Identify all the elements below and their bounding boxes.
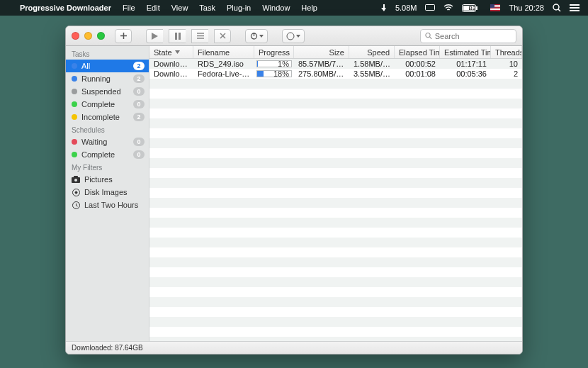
menu-window[interactable]: Window: [262, 4, 290, 12]
sidebar-item-label: Disk Images: [84, 188, 145, 196]
status-dot-icon: [72, 63, 77, 69]
search-input[interactable]: [435, 32, 511, 40]
disk-icon: [72, 188, 80, 196]
sidebar-item[interactable]: All2: [66, 60, 149, 72]
menu-task[interactable]: Task: [199, 4, 215, 12]
start-button[interactable]: [146, 29, 163, 43]
sidebar-item[interactable]: Suspended0: [66, 85, 149, 98]
flag-icon[interactable]: [490, 4, 500, 11]
sidebar-section-header: Schedules: [66, 123, 149, 135]
table-row[interactable]: [149, 297, 522, 307]
download-indicator-icon[interactable]: [381, 4, 387, 11]
table-row[interactable]: [149, 108, 522, 118]
column-headers[interactable]: State Filename Progress Size Speed Elaps…: [149, 46, 522, 59]
menu-help[interactable]: Help: [301, 4, 317, 12]
table-row[interactable]: [149, 287, 522, 297]
status-dot-icon: [72, 101, 77, 107]
monitor-icon[interactable]: [425, 4, 435, 11]
table-row[interactable]: [149, 198, 522, 208]
table-row[interactable]: DownloadingFedora-Live-Workstation-x86_6…: [149, 69, 522, 79]
table-row[interactable]: DownloadingRDS_249.iso1%85.57MB/7.3…1.58…: [149, 59, 522, 69]
zoom-button[interactable]: [97, 32, 105, 40]
window-titlebar[interactable]: [66, 26, 522, 46]
sidebar-item-label: Running: [81, 74, 129, 83]
table-row[interactable]: [149, 118, 522, 128]
menu-edit[interactable]: Edit: [147, 4, 160, 12]
status-dot-icon: [72, 76, 77, 82]
svg-rect-15: [179, 33, 181, 40]
table-row[interactable]: [149, 148, 522, 158]
table-row[interactable]: [149, 218, 522, 228]
menu-plugin[interactable]: Plug-in: [227, 4, 251, 12]
power-dropdown[interactable]: [245, 29, 268, 43]
sidebar-item[interactable]: Disk Images: [66, 186, 149, 199]
download-rate: 5.08M: [395, 4, 417, 12]
sort-indicator-icon: [175, 50, 180, 54]
count-badge: 0: [133, 138, 145, 146]
sidebar-item-label: Incomplete: [81, 113, 129, 121]
table-row[interactable]: [149, 327, 522, 337]
table-row[interactable]: [149, 208, 522, 218]
sidebar-item-label: Waiting: [81, 138, 129, 146]
status-dot-icon: [72, 139, 77, 145]
sidebar-item[interactable]: Pictures: [66, 173, 149, 186]
sidebar-item[interactable]: Waiting0: [66, 135, 149, 148]
search-icon: [425, 32, 432, 40]
table-row[interactable]: [149, 178, 522, 188]
spotlight-icon[interactable]: [553, 4, 561, 12]
table-row[interactable]: [149, 89, 522, 99]
queue-button[interactable]: [191, 29, 208, 43]
table-row[interactable]: [149, 247, 522, 257]
status-bar: Downloaded: 87.64GB: [66, 341, 522, 354]
menu-file[interactable]: File: [123, 4, 135, 12]
pause-button[interactable]: [169, 29, 186, 43]
table-row[interactable]: [149, 168, 522, 178]
search-field[interactable]: [420, 29, 516, 43]
remove-button[interactable]: [214, 29, 231, 43]
table-row[interactable]: [149, 99, 522, 108]
table-row[interactable]: [149, 188, 522, 198]
svg-point-17: [287, 33, 294, 40]
table-row[interactable]: [149, 238, 522, 247]
svg-rect-13: [570, 10, 579, 11]
table-row[interactable]: [149, 128, 522, 138]
menu-view[interactable]: View: [171, 4, 188, 12]
wifi-icon[interactable]: [443, 4, 453, 11]
clock-icon: [72, 201, 80, 209]
svg-point-23: [75, 191, 77, 194]
sidebar-item[interactable]: Complete0: [66, 98, 149, 111]
sidebar-section-header: Tasks: [66, 48, 149, 60]
table-row[interactable]: [149, 267, 522, 277]
table-row[interactable]: [149, 138, 522, 148]
sidebar-item-label: Suspended: [81, 87, 129, 96]
clock[interactable]: Thu 20:28: [509, 4, 544, 12]
table-row[interactable]: [149, 257, 522, 267]
sidebar-item[interactable]: Last Two Hours: [66, 199, 149, 211]
svg-point-21: [74, 179, 77, 182]
add-button[interactable]: [115, 29, 132, 43]
svg-rect-14: [175, 33, 177, 40]
close-button[interactable]: [72, 32, 79, 40]
count-badge: 0: [133, 150, 145, 159]
sidebar-item[interactable]: Running2: [66, 72, 149, 85]
svg-rect-12: [570, 7, 579, 9]
speed-dropdown[interactable]: [282, 29, 305, 43]
sidebar-item[interactable]: Incomplete2: [66, 111, 149, 123]
camera-icon: [72, 175, 80, 184]
downloads-table[interactable]: DownloadingRDS_249.iso1%85.57MB/7.3…1.58…: [149, 59, 522, 341]
svg-rect-11: [570, 4, 579, 6]
table-row[interactable]: [149, 307, 522, 317]
table-row[interactable]: [149, 228, 522, 238]
sidebar-item-label: Last Two Hours: [84, 201, 145, 209]
sidebar-item[interactable]: Complete0: [66, 148, 149, 161]
table-row[interactable]: [149, 277, 522, 287]
minimize-button[interactable]: [84, 32, 92, 40]
table-row[interactable]: [149, 158, 522, 168]
status-dot-icon: [72, 152, 77, 157]
table-row[interactable]: [149, 317, 522, 327]
svg-rect-20: [74, 176, 78, 178]
table-row[interactable]: [149, 79, 522, 89]
menu-extras-icon[interactable]: [570, 4, 579, 11]
app-name[interactable]: Progressive Downloader: [20, 4, 111, 12]
main-panel: State Filename Progress Size Speed Elaps…: [149, 46, 522, 341]
